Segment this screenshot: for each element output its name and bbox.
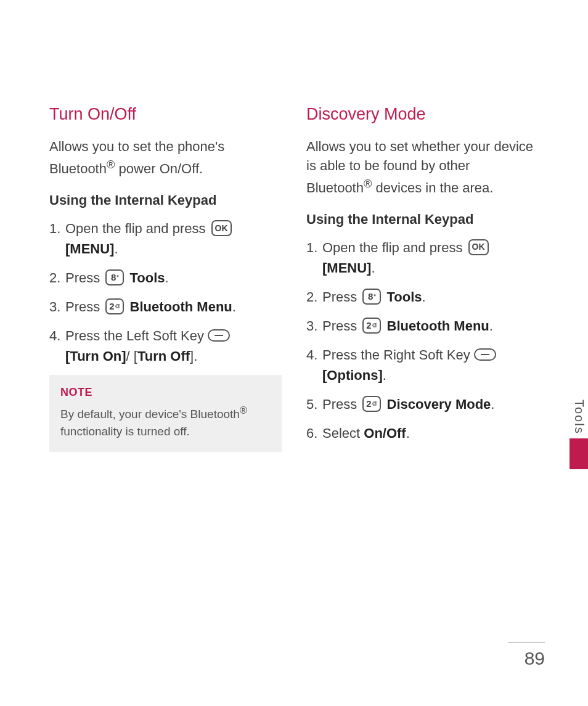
step-4-left: 4. Press the Left Soft Key [Turn On]/ [T…: [49, 326, 282, 366]
note-body: By default, your device's Bluetooth® fun…: [60, 404, 271, 440]
registered-mark: ®: [107, 158, 115, 171]
two-key-icon: 2@: [105, 298, 124, 314]
step-text: Open the flip and press: [322, 240, 467, 255]
step-number: 3.: [306, 316, 322, 336]
dot: .: [383, 367, 386, 383]
step-number: 2.: [306, 287, 322, 307]
eight-key-icon: 8*: [362, 289, 381, 305]
bluetooth-menu-label: Bluetooth Menu: [387, 318, 489, 334]
left-column: Turn On/Off Allows you to set the phone'…: [49, 105, 282, 452]
step-6-right: 6. Select On/Off.: [306, 423, 539, 443]
side-tab-bar: [570, 438, 588, 469]
step-text: Select: [322, 425, 364, 441]
step-1-right: 1. Open the flip and press OK [MENU].: [306, 237, 539, 278]
tools-label: Tools: [129, 270, 165, 285]
registered-mark: ®: [364, 177, 372, 190]
right-soft-key-icon: [474, 348, 496, 361]
ok-key-icon: OK: [211, 220, 232, 236]
options-label: [Options]: [322, 367, 383, 383]
step-3-right: 3. Press 2@ Bluetooth Menu.: [306, 316, 539, 336]
ok-key-icon: OK: [468, 239, 489, 255]
step-text: Press: [322, 289, 361, 305]
dot: .: [371, 260, 375, 276]
step-2-left: 2. Press 8* Tools.: [49, 268, 282, 288]
subhead-right: Using the Internal Keypad: [306, 211, 539, 228]
note-box: NOTE By default, your device's Bluetooth…: [49, 375, 282, 452]
step-text: Press: [65, 270, 104, 285]
turn-on-label: [Turn On]: [65, 348, 126, 364]
step-4-right: 4. Press the Right Soft Key [Options].: [306, 345, 539, 385]
right-column: Discovery Mode Allows you to set whether…: [306, 105, 539, 452]
heading-discovery-mode: Discovery Mode: [306, 105, 539, 124]
sep: / [: [126, 348, 137, 364]
note-text-a: By default, your device's Bluetooth: [60, 408, 240, 421]
step-number: 3.: [49, 297, 65, 317]
step-number: 2.: [49, 268, 65, 288]
eight-key-icon: 8*: [105, 269, 124, 285]
bluetooth-menu-label: Bluetooth Menu: [130, 299, 232, 314]
step-text: Press: [65, 299, 104, 314]
page-number-rule: [508, 642, 545, 643]
dot: .: [165, 270, 169, 285]
step-5-right: 5. Press 2@ Discovery Mode.: [306, 394, 539, 414]
menu-label: [MENU]: [65, 241, 114, 257]
side-tab: Tools: [570, 400, 588, 469]
dot: .: [491, 396, 494, 412]
step-number: 4.: [49, 326, 65, 366]
step-text: Press the Right Soft Key: [322, 347, 474, 363]
dot: .: [422, 289, 426, 305]
subhead-left: Using the Internal Keypad: [49, 192, 282, 208]
side-tab-label: Tools: [572, 400, 586, 435]
turn-off-label: Turn Off: [137, 348, 190, 364]
intro-right: Allows you to set whether your device is…: [306, 138, 539, 198]
step-text: Press the Left Soft Key: [65, 328, 208, 343]
step-number: 5.: [306, 394, 322, 414]
dot: .: [406, 425, 410, 441]
step-1-left: 1. Open the flip and press OK [MENU].: [49, 218, 282, 259]
registered-mark: ®: [240, 405, 247, 416]
step-2-right: 2. Press 8* Tools.: [306, 287, 539, 307]
step-3-left: 3. Press 2@ Bluetooth Menu.: [49, 297, 282, 317]
intro-left: Allows you to set the phone's Bluetooth®…: [49, 138, 282, 179]
note-label: NOTE: [60, 386, 271, 399]
tools-label: Tools: [386, 289, 422, 305]
page-number-area: 89: [508, 642, 545, 669]
discovery-mode-label: Discovery Mode: [387, 396, 491, 412]
on-off-label: On/Off: [364, 425, 406, 441]
two-key-icon: 2@: [362, 396, 381, 412]
page-number: 89: [508, 648, 545, 669]
step-number: 4.: [306, 345, 322, 385]
step-number: 1.: [306, 237, 322, 278]
dot: .: [232, 299, 236, 314]
intro-text-b: power On/Off.: [115, 161, 203, 176]
step-text: Press: [322, 396, 361, 412]
step-number: 6.: [306, 423, 322, 443]
intro-text-b: devices in the area.: [372, 180, 493, 195]
step-number: 1.: [49, 218, 65, 259]
note-text-b: functionality is turned off.: [60, 425, 190, 438]
left-soft-key-icon: [208, 329, 230, 342]
heading-turn-on-off: Turn On/Off: [49, 105, 282, 124]
step-text: Press: [322, 318, 361, 334]
step-text: Open the flip and press: [65, 221, 210, 236]
menu-label: [MENU]: [322, 260, 371, 276]
dot: .: [114, 241, 118, 257]
two-key-icon: 2@: [362, 318, 381, 334]
dot: .: [489, 318, 493, 334]
close-bracket: ].: [190, 348, 197, 364]
